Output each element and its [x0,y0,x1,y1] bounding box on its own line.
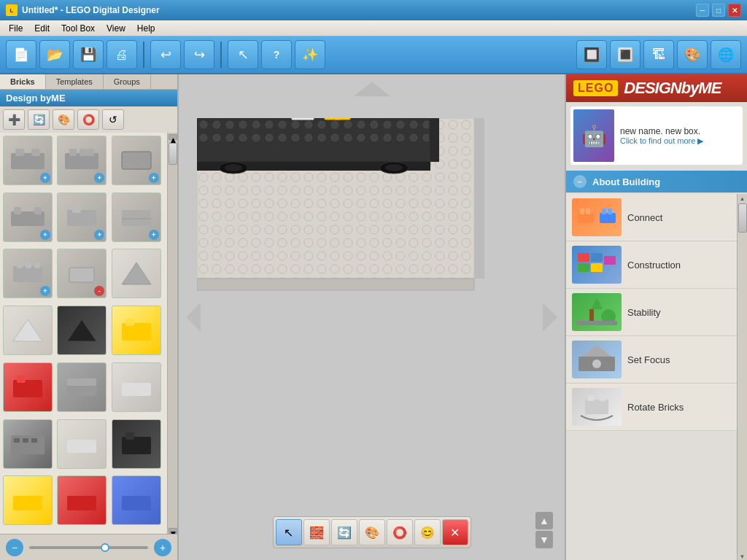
brick-item[interactable] [57,419,107,469]
canvas-zoom-up[interactable]: ▲ [535,512,553,529]
menu-item-edit[interactable]: Edit [28,22,55,35]
scroll-up-arrow[interactable]: ▲ [169,134,177,140]
svg-rect-38 [125,432,134,440]
tab-groups[interactable]: Groups [104,74,151,89]
scroll-down-arrow[interactable]: ▼ [169,528,177,534]
select-tool-button[interactable]: ↖ [276,519,302,545]
menu-item-view[interactable]: View [101,22,131,35]
svg-rect-77 [576,321,617,325]
brick-tool-button[interactable]: 🧱 [303,519,330,545]
left-panel-scrollbar[interactable]: ▲ ▼ [167,133,177,534]
zoom-slider[interactable] [29,546,148,549]
brick-item[interactable]: + [112,136,161,185]
canvas-up-arrow[interactable] [354,82,390,96]
face-tool-button[interactable]: 😊 [414,519,441,545]
brick-badge: + [149,230,159,240]
print-button[interactable]: 🖨 [107,40,137,69]
brick-item[interactable] [112,362,161,412]
view2-button[interactable]: 🔳 [610,40,640,69]
canvas-zoom-down[interactable]: ▼ [535,531,553,548]
zoom-out-button[interactable]: − [6,539,23,556]
clone-tool-button[interactable]: ⭕ [387,519,413,545]
toolbar-sep-1 [143,42,144,68]
about-building-header[interactable]: − About Building [566,171,747,192]
filter-add[interactable]: ➕ [3,109,25,130]
menu-item-file[interactable]: File [3,22,28,35]
promo-box[interactable]: 🤖 new name. new box. Click to find out m… [570,106,743,165]
help-item-connect[interactable]: Connect [566,194,737,241]
brick-item[interactable]: + [112,192,161,242]
new-button[interactable]: 📄 [6,40,36,69]
rotate-tool-button[interactable]: 🔄 [331,519,357,545]
open-button[interactable]: 📂 [39,40,70,69]
undo-button[interactable]: ↩ [150,40,181,69]
menu-item-help[interactable]: Help [131,22,161,35]
brick-item[interactable] [3,475,53,525]
paint-tool-button[interactable]: 🎨 [359,519,385,545]
canvas-zoom-controls: ▲ ▼ [535,512,553,548]
view3-button[interactable]: 🏗 [643,40,674,69]
brick-item[interactable] [3,419,53,469]
svg-point-62 [385,164,403,171]
help-item-rotate-bricks[interactable]: Rotate Bricks [566,384,737,431]
help-button[interactable]: ? [261,40,292,69]
brick-item[interactable] [57,306,107,355]
svg-point-60 [225,164,242,171]
close-button[interactable]: ✕ [728,4,741,17]
scrollbar-thumb[interactable] [738,203,747,233]
brick-item[interactable]: + [3,192,53,242]
brick-badge: + [40,173,50,183]
brick-item[interactable]: + [57,136,107,185]
brick-item[interactable]: + [57,192,107,242]
filter-circle[interactable]: ⭕ [77,109,99,130]
brick-item[interactable] [112,419,161,469]
help-item-stability[interactable]: Stability [566,289,737,336]
tab-templates[interactable]: Templates [46,74,104,89]
minimize-button[interactable]: ─ [696,4,709,17]
window-title: Untitled* - LEGO Digital Designer [22,5,160,15]
globe-button[interactable]: 🌐 [711,40,741,69]
help-item-set-focus[interactable]: Set Focus [566,336,737,384]
brick-item[interactable]: + [3,136,53,185]
tab-bricks[interactable]: Bricks [0,74,46,89]
brick-item[interactable] [57,362,107,412]
delete-tool-button[interactable]: ✕ [442,519,468,545]
filter-color[interactable]: 🎨 [53,109,74,130]
palette-button[interactable]: 🎨 [677,40,708,69]
toolbar: 📄 📂 💾 🖨 ↩ ↪ ↖ ? ✨ 🔲 🔳 🏗 🎨 🌐 [0,36,747,74]
right-panel-scrollbar[interactable]: ▲ ▼ [737,194,747,560]
zoom-thumb[interactable] [101,543,109,552]
brick-badge: + [40,286,50,296]
brick-badge: + [94,230,104,240]
brick-item[interactable]: - [57,249,107,298]
view1-button[interactable]: 🔲 [576,40,607,69]
brick-item[interactable] [112,306,161,355]
redo-button[interactable]: ↪ [184,40,214,69]
filter-rotate[interactable]: 🔄 [28,109,50,130]
menu-item-tool-box[interactable]: Tool Box [55,22,101,35]
scroll-thumb[interactable] [169,143,177,165]
maximize-button[interactable]: □ [712,4,725,17]
select-button[interactable]: ↖ [228,40,258,69]
brick-item[interactable] [112,475,161,525]
scroll-down-btn[interactable]: ▼ [740,553,746,560]
help-item-construction[interactable]: Construction [566,241,737,289]
brick-item[interactable] [57,475,107,525]
brick-item[interactable] [3,306,53,355]
brick-item[interactable]: + [3,249,53,298]
svg-rect-2 [31,149,40,156]
filter-reset[interactable]: ↺ [102,109,124,130]
zoom-in-button[interactable]: + [154,539,171,556]
save-button[interactable]: 💾 [73,40,104,69]
svg-rect-67 [602,209,606,214]
rotate-bricks-thumbnail [572,388,622,426]
magic-button[interactable]: ✨ [295,40,325,69]
scroll-up-btn[interactable]: ▲ [740,195,746,202]
svg-rect-63 [578,213,594,223]
svg-rect-65 [586,209,590,214]
brick-item[interactable] [3,362,53,412]
brick-item[interactable] [112,249,161,298]
svg-rect-5 [80,149,87,156]
svg-rect-17 [17,262,23,268]
promo-link[interactable]: Click to find out more ▶ [620,136,703,146]
